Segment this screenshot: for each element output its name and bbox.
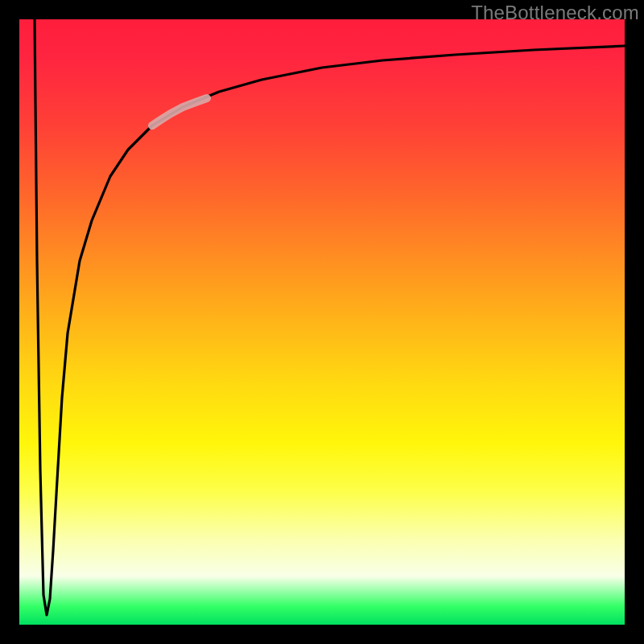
watermark-text: TheBottleneck.com [471, 2, 639, 24]
plot-area [19, 19, 625, 625]
chart-canvas [19, 19, 625, 625]
chart-frame: TheBottleneck.com [0, 0, 644, 644]
curve-highlight [152, 98, 207, 126]
curve-main [35, 19, 625, 615]
